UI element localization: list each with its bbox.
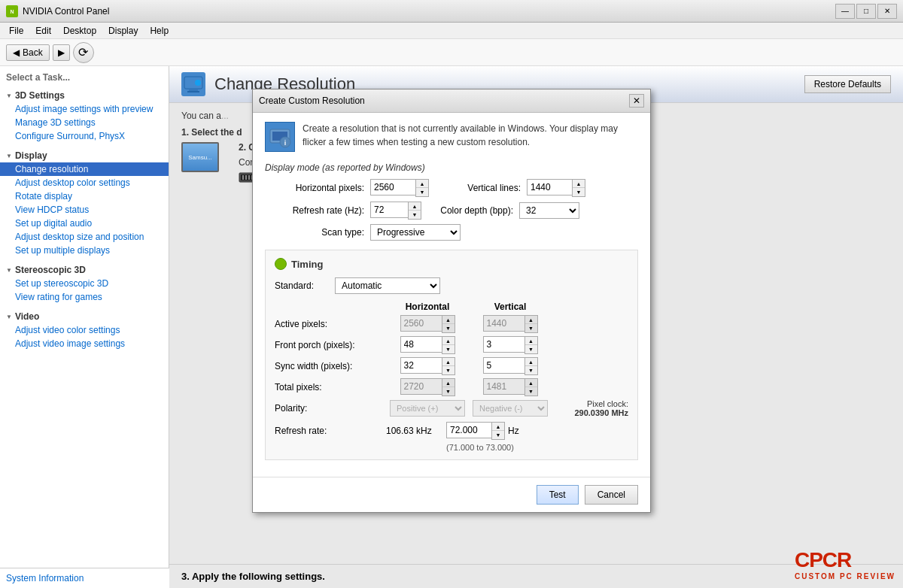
menu-help[interactable]: Help — [144, 24, 175, 38]
timing-title: Timing — [291, 259, 323, 270]
app-icon: N — [6, 5, 18, 17]
horizontal-pixels-up[interactable]: ▲ — [416, 180, 428, 188]
sync-width-h-spinbox[interactable]: ▲ ▼ — [400, 357, 455, 375]
refresh-rate-down[interactable]: ▼ — [409, 211, 421, 219]
total-pixels-v-btns: ▲ ▼ — [524, 378, 538, 396]
sync-width-h-cell: ▲ ▼ — [386, 357, 469, 375]
sidebar-item-manage-3d[interactable]: Manage 3D settings — [0, 116, 169, 129]
sidebar-item-video-color[interactable]: Adjust video color settings — [0, 323, 169, 337]
test-button[interactable]: Test — [537, 485, 579, 505]
svg-text:N: N — [10, 9, 14, 14]
active-pixels-v-spinbox: ▲ ▼ — [483, 315, 538, 333]
timing-refresh-label: Refresh rate: — [275, 426, 386, 436]
scan-type-row: Scan type: Progressive Interlaced — [265, 224, 638, 241]
vertical-lines-spinbox-buttons: ▲ ▼ — [572, 179, 585, 197]
forward-button[interactable]: ▶ — [53, 44, 70, 61]
home-button[interactable]: ⟳ — [73, 42, 94, 63]
vertical-lines-up[interactable]: ▲ — [573, 180, 585, 188]
restore-defaults-button[interactable]: Restore Defaults — [804, 75, 891, 93]
front-porch-h-down[interactable]: ▼ — [442, 345, 455, 353]
timing-refresh-unit: Hz — [508, 426, 519, 436]
system-information-link[interactable]: System Information — [6, 573, 84, 583]
vertical-lines-down[interactable]: ▼ — [573, 188, 585, 196]
vertical-lines-spinbox[interactable]: 1440 ▲ ▼ — [527, 179, 585, 197]
sidebar-item-view-hdcp[interactable]: View HDCP status — [0, 203, 169, 217]
sidebar-item-adjust-image[interactable]: Adjust image settings with preview — [0, 102, 169, 116]
sync-width-v-up[interactable]: ▲ — [525, 358, 537, 366]
front-porch-h-spinbox[interactable]: ▲ ▼ — [400, 336, 455, 354]
total-pixels-v-input — [483, 378, 524, 395]
pixel-clock-section: Pixel clock: 290.0390 MHz — [559, 399, 628, 417]
refresh-rate-label: Refresh rate (Hz): — [265, 205, 370, 216]
dialog-close-button[interactable]: ✕ — [629, 94, 644, 108]
sync-width-v-input[interactable] — [483, 357, 524, 374]
create-custom-resolution-dialog: Create Custom Resolution ✕ i Create a re… — [252, 89, 651, 513]
minimize-button[interactable]: — — [835, 4, 855, 19]
refresh-rate-spinbox[interactable]: 72 ▲ ▼ — [370, 202, 421, 220]
front-porch-h-input[interactable] — [400, 336, 442, 353]
sidebar-item-multiple-displays[interactable]: Set up multiple displays — [0, 244, 169, 257]
sync-width-h-down[interactable]: ▼ — [442, 366, 455, 374]
close-button[interactable]: ✕ — [877, 4, 897, 19]
front-porch-v-down[interactable]: ▼ — [525, 345, 537, 353]
sidebar-item-desktop-size[interactable]: Adjust desktop size and position — [0, 230, 169, 244]
active-pixels-h-cell: ▲ ▼ — [386, 315, 469, 333]
menu-file[interactable]: File — [3, 24, 29, 38]
sidebar-item-adjust-desktop-color[interactable]: Adjust desktop color settings — [0, 176, 169, 189]
svg-rect-9 — [245, 175, 247, 180]
total-pixels-v-cell: ▲ ▼ — [469, 378, 552, 396]
sidebar-header-display[interactable]: Display — [0, 149, 169, 162]
total-pixels-h-btns: ▲ ▼ — [442, 378, 455, 396]
front-porch-v-spinbox[interactable]: ▲ ▼ — [483, 336, 538, 354]
sync-width-h-up[interactable]: ▲ — [442, 358, 455, 366]
window-controls: — □ ✕ — [835, 4, 897, 19]
sidebar: Select a Task... 3D Settings Adjust imag… — [0, 66, 169, 588]
horizontal-pixels-spinbox[interactable]: 2560 ▲ ▼ — [370, 179, 429, 197]
front-porch-h-up[interactable]: ▲ — [442, 337, 455, 345]
dialog-body: i Create a resolution that is not curren… — [253, 113, 650, 477]
front-porch-v-up[interactable]: ▲ — [525, 337, 537, 345]
sidebar-item-video-image[interactable]: Adjust video image settings — [0, 337, 169, 350]
scan-type-select[interactable]: Progressive Interlaced — [370, 224, 461, 241]
refresh-rate-input[interactable]: 72 — [370, 202, 408, 218]
timing-refresh-row: Refresh rate: 106.63 kHz ▲ ▼ Hz — [275, 422, 628, 440]
standard-select[interactable]: Automatic Manual CVT GTF DMT — [335, 277, 440, 294]
timing-refresh-input[interactable] — [446, 422, 491, 438]
vertical-lines-input[interactable]: 1440 — [527, 179, 572, 195]
sidebar-header-video[interactable]: Video — [0, 310, 169, 323]
timing-refresh-down[interactable]: ▼ — [492, 431, 504, 439]
pixel-clock-value: 290.0390 MHz — [559, 408, 628, 417]
sync-width-v-spinbox[interactable]: ▲ ▼ — [483, 357, 538, 375]
total-pixels-v-up: ▲ — [525, 379, 537, 387]
sync-width-v-down[interactable]: ▼ — [525, 366, 537, 374]
sidebar-item-view-rating[interactable]: View rating for games — [0, 290, 169, 304]
horizontal-pixels-down[interactable]: ▼ — [416, 188, 428, 196]
timing-refresh-btns: ▲ ▼ — [491, 422, 505, 440]
sidebar-item-change-resolution[interactable]: Change resolution — [0, 162, 169, 176]
color-depth-select[interactable]: 32 16 8 — [519, 202, 579, 219]
vertical-lines-label: Vertical lines: — [444, 183, 527, 193]
refresh-rate-up[interactable]: ▲ — [409, 202, 421, 211]
monitor-preview: Samsu... — [181, 142, 227, 306]
menu-display[interactable]: Display — [102, 24, 144, 38]
active-pixels-v-up: ▲ — [525, 316, 537, 324]
sidebar-header-3d[interactable]: 3D Settings — [0, 89, 169, 102]
cancel-button[interactable]: Cancel — [585, 485, 638, 505]
front-porch-v-input[interactable] — [483, 336, 524, 353]
timing-refresh-up[interactable]: ▲ — [492, 423, 504, 431]
sync-width-h-input[interactable] — [400, 357, 442, 374]
menu-edit[interactable]: Edit — [29, 24, 57, 38]
timing-refresh-spinbox[interactable]: ▲ ▼ — [446, 422, 505, 440]
horizontal-pixels-input[interactable]: 2560 — [370, 179, 415, 195]
sidebar-header-stereo[interactable]: Stereoscopic 3D — [0, 263, 169, 277]
menu-desktop[interactable]: Desktop — [57, 24, 102, 38]
pixels-row: Horizontal pixels: 2560 ▲ ▼ Vertical lin… — [265, 179, 638, 197]
sidebar-item-configure-surround[interactable]: Configure Surround, PhysX — [0, 129, 169, 143]
maximize-button[interactable]: □ — [856, 4, 876, 19]
sidebar-item-digital-audio[interactable]: Set up digital audio — [0, 217, 169, 230]
sidebar-item-setup-stereo[interactable]: Set up stereoscopic 3D — [0, 277, 169, 290]
back-button[interactable]: ◀ Back — [6, 44, 50, 61]
polarity-v-cell: Positive (+) Negative (-) — [469, 400, 552, 417]
sidebar-item-rotate-display[interactable]: Rotate display — [0, 189, 169, 203]
total-pixels-row: Total pixels: ▲ ▼ ▲ — [275, 378, 628, 396]
